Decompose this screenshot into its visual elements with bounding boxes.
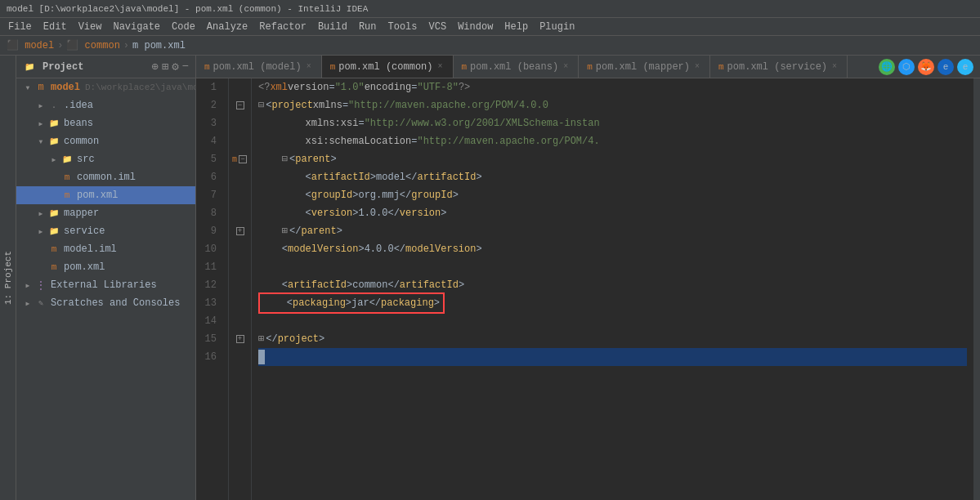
code-line-4: xsi:schemaLocation="http://maven.apache.…	[258, 132, 967, 150]
gutter-12	[229, 276, 251, 294]
gutter-8	[229, 204, 251, 222]
browser-icon-5[interactable]: e	[957, 59, 973, 75]
gutter-11	[229, 258, 251, 276]
menu-edit[interactable]: Edit	[38, 20, 72, 34]
tab-close-mapper[interactable]: ×	[693, 61, 701, 72]
tree-item-idea[interactable]: . .idea	[16, 96, 195, 114]
tree-item-scratches[interactable]: ✎ Scratches and Consoles	[16, 294, 195, 312]
line-numbers: 1 2 3 4 5 6 7 8 9 10 11 12 13 14 15 16	[196, 78, 229, 500]
code-line-10: <modelVersion>4.0.0</modelVersion>	[258, 240, 967, 258]
line-num-1: 1	[196, 78, 222, 96]
label-src: src	[77, 154, 95, 165]
editor-content[interactable]: 1 2 3 4 5 6 7 8 9 10 11 12 13 14 15 16	[196, 78, 980, 500]
tab-close-service[interactable]: ×	[830, 61, 839, 72]
menu-run[interactable]: Run	[354, 20, 382, 34]
tree-item-mapper[interactable]: 📁 mapper	[16, 204, 195, 222]
browser-icon-4[interactable]: e	[937, 59, 954, 75]
fold-icon-9[interactable]: +	[236, 227, 244, 235]
file-icon-common-iml: m	[60, 171, 74, 184]
vertical-scrollbar[interactable]	[973, 78, 980, 500]
tree-item-pom-common[interactable]: m pom.xml	[16, 186, 195, 204]
gutter-1	[229, 78, 251, 96]
browser-icons: 🌐 ⬡ 🦊 e e	[872, 59, 980, 75]
code-line-2: ⊟ <project xmlns="http://maven.apache.or…	[258, 96, 967, 114]
code-line-12: <artifactId>common</artifactId>	[258, 276, 967, 294]
label-pom-model: pom.xml	[64, 261, 105, 273]
tab-pom-service[interactable]: m pom.xml (service) ×	[710, 56, 848, 78]
tab-pom-beans[interactable]: m pom.xml (beans) ×	[454, 56, 579, 78]
arrow-ext-libraries	[23, 280, 33, 290]
menu-vcs[interactable]: VCS	[424, 20, 452, 34]
tab-label-service: pom.xml (service)	[727, 61, 827, 73]
fold-marker-2[interactable]: ⊟	[258, 96, 264, 114]
browser-icon-3[interactable]: 🦊	[918, 59, 934, 75]
code-line-8: <version>1.0.0</version>	[258, 204, 967, 222]
hide-icon[interactable]: −	[182, 60, 189, 74]
libraries-icon: ⋮	[34, 279, 47, 292]
tree-item-src[interactable]: 📁 src	[16, 150, 195, 168]
gutter-2[interactable]: −	[229, 96, 251, 114]
tab-close-common[interactable]: ×	[436, 61, 444, 72]
code-line-16[interactable]	[258, 348, 967, 366]
gutter-9[interactable]: +	[229, 222, 251, 240]
breadcrumb-model[interactable]: ⬛ model	[7, 39, 54, 51]
globe-icon[interactable]: ⊕	[151, 60, 158, 74]
breadcrumb-common[interactable]: ⬛ common	[66, 39, 119, 51]
tree-item-beans[interactable]: 📁 beans	[16, 114, 195, 132]
project-side-tab[interactable]: 1: Project	[0, 56, 16, 500]
gutter-14	[229, 312, 251, 330]
menu-view[interactable]: View	[74, 20, 107, 34]
menu-file[interactable]: File	[3, 20, 37, 34]
tab-label-common: pom.xml (common)	[338, 61, 432, 73]
arrow-beans	[36, 118, 46, 128]
tab-icon-beans: m	[462, 62, 468, 72]
line-num-5: 5	[196, 150, 222, 168]
breadcrumb-file[interactable]: m pom.xml	[132, 40, 186, 51]
tab-pom-common[interactable]: m pom.xml (common) ×	[322, 56, 454, 78]
menu-navigate[interactable]: Navigate	[108, 20, 165, 34]
menu-window[interactable]: Window	[453, 20, 498, 34]
tab-label-model: pom.xml (model)	[213, 61, 302, 73]
menu-tools[interactable]: Tools	[383, 20, 423, 34]
tab-pom-model[interactable]: m pom.xml (model) ×	[196, 56, 322, 78]
tree-item-common-iml[interactable]: m common.iml	[16, 168, 195, 186]
line-num-15: 15	[196, 330, 222, 348]
tree-item-model[interactable]: m model D:\workplace2\java\model	[16, 78, 195, 96]
tab-pom-mapper[interactable]: m pom.xml (mapper) ×	[579, 56, 710, 78]
menu-bar: File Edit View Navigate Code Analyze Ref…	[0, 18, 980, 36]
fold-icon-15[interactable]: +	[236, 335, 244, 343]
browser-icon-1[interactable]: 🌐	[879, 59, 895, 75]
tree-item-ext-libraries[interactable]: ⋮ External Libraries	[16, 276, 195, 294]
project-tree[interactable]: 📁 Project ⊕ ⊞ ⚙ − m model D:\workplace2\…	[16, 56, 195, 500]
fold-icon-2[interactable]: −	[236, 101, 244, 109]
tree-item-common[interactable]: 📁 common	[16, 132, 195, 150]
fold-marker-9[interactable]: ⊞	[282, 222, 288, 240]
fold-marker-5[interactable]: ⊟	[282, 150, 288, 168]
settings-icon[interactable]: ⚙	[172, 60, 178, 74]
label-scratches: Scratches and Consoles	[51, 297, 180, 309]
panel-title: Project	[43, 61, 83, 73]
menu-code[interactable]: Code	[167, 20, 200, 34]
editor-area: m pom.xml (model) × m pom.xml (common) ×…	[196, 56, 980, 500]
menu-build[interactable]: Build	[313, 20, 352, 34]
tree-item-pom-model[interactable]: m pom.xml	[16, 258, 195, 276]
tab-close-model[interactable]: ×	[305, 61, 313, 72]
browser-icon-2[interactable]: ⬡	[898, 59, 915, 75]
menu-analyze[interactable]: Analyze	[202, 20, 253, 34]
arrow-idea	[36, 100, 46, 110]
gutter-15[interactable]: +	[229, 330, 251, 348]
tab-close-beans[interactable]: ×	[562, 61, 570, 72]
menu-plugin[interactable]: Plugin	[535, 20, 579, 34]
file-icon-pom-model: m	[47, 261, 60, 274]
tree-item-service[interactable]: 📁 service	[16, 222, 195, 240]
panel-header-icons: ⊕ ⊞ ⚙ −	[151, 60, 189, 74]
split-icon[interactable]: ⊞	[162, 60, 168, 74]
folder-icon-src: 📁	[60, 153, 74, 166]
menu-refactor[interactable]: Refactor	[254, 20, 311, 34]
menu-help[interactable]: Help	[499, 20, 533, 34]
tree-item-model-iml[interactable]: m model.iml	[16, 240, 195, 258]
arrow-scratches	[23, 298, 33, 308]
code-area[interactable]: <?xml version="1.0" encoding="UTF-8"?> ⊟…	[252, 78, 973, 500]
fold-icon-5[interactable]: −	[239, 155, 247, 163]
fold-marker-15[interactable]: ⊞	[258, 330, 264, 348]
